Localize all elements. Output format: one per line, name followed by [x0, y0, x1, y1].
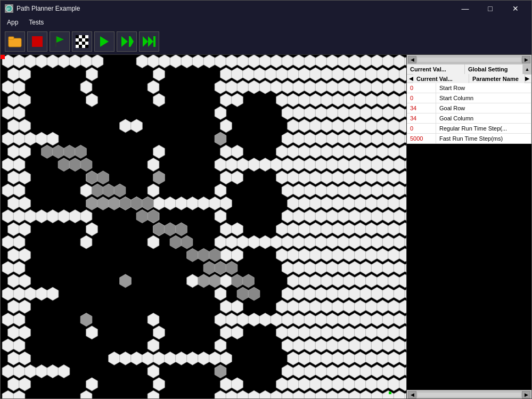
global-settings-header: Current Val... Global Setting ▲ — [407, 64, 531, 75]
setting-parameter: Regular Run Time Step(... — [436, 124, 531, 133]
svg-rect-10 — [82, 35, 85, 38]
settings-row[interactable]: 34 Goal Column — [407, 113, 531, 124]
setting-value: 0 — [407, 124, 436, 133]
parameter-name-col-header: Parameter Name — [469, 74, 525, 84]
setting-parameter: Goal Column — [436, 113, 531, 123]
svg-rect-4 — [9, 37, 14, 39]
scroll-left-top[interactable]: ◀ — [408, 56, 416, 63]
right-panel: ◀ ▶ Current Val... Global Setting ▲ ◀ Cu… — [406, 55, 531, 399]
top-scrollbar[interactable]: ◀ ▶ — [407, 55, 531, 64]
start-marker — [1, 55, 5, 59]
title-bar: P Path Planner Example — □ ✕ — [1, 1, 531, 17]
svg-text:P: P — [7, 7, 10, 12]
panel-scroll-up[interactable]: ▲ — [523, 64, 531, 74]
svg-marker-7 — [56, 36, 64, 43]
settings-row[interactable]: 5000 Fast Run Time Step(ms) — [407, 134, 531, 144]
settings-row[interactable]: 0 Start Row — [407, 83, 531, 93]
setting-parameter: Fast Run Time Step(ms) — [436, 134, 531, 143]
bottom-scrollbar[interactable]: ◀ ▶ — [407, 390, 531, 399]
menu-tests[interactable]: Tests — [24, 18, 48, 27]
maximize-button[interactable]: □ — [478, 1, 502, 17]
scroll-left-bottom[interactable]: ◀ — [408, 391, 416, 398]
window-title: Path Planner Example — [17, 5, 80, 12]
current-val-header: Current Val... — [407, 64, 465, 74]
setting-parameter: Goal Row — [436, 103, 531, 113]
setting-value: 34 — [407, 103, 436, 113]
scroll-right-bottom[interactable]: ▶ — [522, 391, 530, 398]
play-button[interactable] — [94, 31, 114, 52]
canvas-area[interactable] — [1, 55, 406, 399]
open-folder-button[interactable] — [5, 31, 25, 52]
svg-marker-18 — [121, 36, 128, 47]
setting-parameter: Start Row — [436, 83, 531, 93]
svg-marker-22 — [148, 36, 153, 47]
svg-rect-6 — [55, 36, 56, 47]
settings-row[interactable]: 0 Start Column — [407, 93, 531, 103]
setting-parameter: Start Column — [436, 93, 531, 103]
setting-value: 0 — [407, 93, 436, 103]
svg-rect-11 — [79, 38, 82, 42]
param-headers: Current Val... Parameter Name — [413, 74, 525, 84]
settings-row[interactable]: 34 Goal Row — [407, 103, 531, 113]
nav-left-top[interactable]: ◀ — [409, 75, 413, 82]
settings-row[interactable]: 0 Regular Run Time Step(... — [407, 124, 531, 134]
svg-rect-16 — [85, 45, 88, 48]
fast-forward-button[interactable] — [139, 31, 159, 52]
toolbar — [1, 28, 531, 55]
svg-rect-5 — [32, 36, 43, 47]
play-next-button[interactable] — [117, 31, 137, 52]
svg-rect-14 — [82, 42, 85, 45]
svg-rect-19 — [129, 36, 130, 47]
app-icon: P — [5, 4, 13, 13]
nav-right-top[interactable]: ▶ — [525, 75, 529, 82]
settings-rows: 0 Start Row 0 Start Column 34 Goal Row 3… — [407, 83, 531, 144]
flag-button[interactable] — [50, 31, 70, 52]
svg-rect-13 — [76, 42, 79, 45]
stop-button[interactable] — [27, 31, 47, 52]
current-val-col-header: Current Val... — [413, 74, 469, 84]
svg-rect-23 — [153, 36, 155, 47]
close-button[interactable]: ✕ — [503, 1, 527, 17]
setting-value: 0 — [407, 83, 436, 93]
scroll-track-top[interactable] — [418, 58, 521, 62]
minimize-button[interactable]: — — [453, 1, 477, 17]
svg-rect-15 — [79, 45, 82, 48]
svg-marker-21 — [143, 36, 148, 47]
svg-marker-20 — [130, 36, 134, 47]
global-setting-header: Global Setting — [465, 64, 523, 74]
menu-app[interactable]: App — [3, 18, 22, 27]
goal-marker — [389, 392, 391, 394]
setting-value: 34 — [407, 113, 436, 123]
setting-value: 5000 — [407, 134, 436, 143]
nav-row-top: ◀ Current Val... Parameter Name ▶ — [407, 75, 531, 83]
svg-rect-12 — [85, 38, 88, 42]
svg-marker-17 — [100, 36, 109, 47]
title-controls: — □ ✕ — [453, 1, 527, 17]
scroll-right-top[interactable]: ▶ — [522, 56, 530, 63]
hex-grid-canvas[interactable] — [1, 55, 406, 399]
scroll-track-bottom[interactable] — [418, 393, 521, 397]
svg-rect-9 — [76, 35, 79, 38]
menu-bar: App Tests — [1, 17, 531, 28]
title-bar-left: P Path Planner Example — [5, 4, 80, 13]
checkerboard-button[interactable] — [72, 31, 92, 52]
main-area: ◀ ▶ Current Val... Global Setting ▲ ◀ Cu… — [1, 55, 531, 399]
